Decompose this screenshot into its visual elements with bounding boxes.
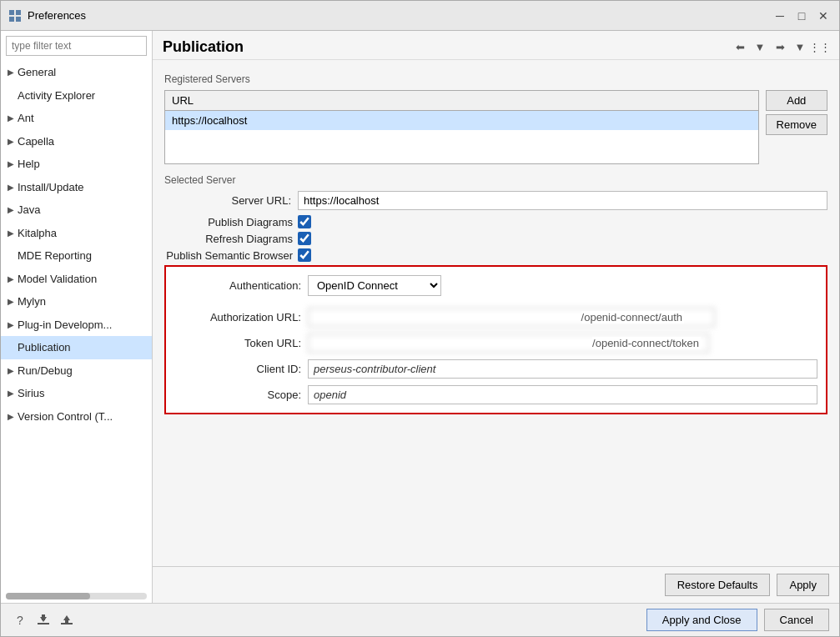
sidebar-item-model-validation[interactable]: ▶ Model Validation bbox=[1, 268, 152, 291]
sidebar-item-kitalpha[interactable]: ▶ Kitalpha bbox=[1, 222, 152, 245]
publish-semantic-browser-label: Publish Semantic Browser bbox=[164, 249, 298, 262]
title-bar: Preferences ─ □ ✕ bbox=[1, 1, 839, 31]
sidebar-item-java[interactable]: ▶ Java bbox=[1, 198, 152, 222]
selected-server-section: Server URL: Publish Diagrams Refresh Dia… bbox=[164, 191, 827, 262]
sidebar: ▶ General Activity Explorer ▶ Ant ▶ Cape… bbox=[1, 31, 153, 603]
minimize-button[interactable]: ─ bbox=[771, 7, 789, 25]
maximize-button[interactable]: □ bbox=[792, 7, 811, 25]
sidebar-item-mylyn[interactable]: ▶ Mylyn bbox=[1, 290, 152, 313]
sidebar-item-activity-explorer[interactable]: Activity Explorer bbox=[1, 84, 152, 108]
panel-footer: Restore Defaults Apply bbox=[153, 566, 839, 603]
sidebar-item-label: Publication bbox=[18, 339, 71, 356]
scope-input[interactable] bbox=[308, 385, 817, 404]
url-cell: https://localhost bbox=[172, 114, 247, 127]
chevron-right-icon: ▶ bbox=[8, 318, 14, 331]
authentication-label: Authentication: bbox=[174, 279, 308, 292]
chevron-right-icon: ▶ bbox=[8, 203, 14, 216]
add-server-button[interactable]: Add bbox=[766, 90, 827, 111]
sidebar-item-general[interactable]: ▶ General bbox=[1, 61, 152, 84]
registered-servers-label: Registered Servers bbox=[164, 73, 827, 85]
sidebar-item-capella[interactable]: ▶ Capella bbox=[1, 130, 152, 153]
client-id-input[interactable] bbox=[308, 359, 817, 379]
authorization-url-field: /openid-connect/auth bbox=[308, 308, 817, 327]
sidebar-item-publication[interactable]: Publication bbox=[1, 336, 152, 359]
remove-server-button[interactable]: Remove bbox=[766, 114, 827, 135]
chevron-right-icon: ▶ bbox=[8, 227, 14, 239]
sidebar-item-label: Help bbox=[18, 156, 40, 173]
sidebar-item-label: Ant bbox=[18, 110, 34, 127]
chevron-right-icon: ▶ bbox=[8, 66, 14, 78]
token-url-row: Token URL: /openid-connect/token bbox=[174, 334, 817, 353]
scope-label: Scope: bbox=[174, 389, 308, 401]
sidebar-item-mde-reporting[interactable]: MDE Reporting bbox=[1, 244, 152, 268]
refresh-diagrams-checkbox[interactable] bbox=[298, 232, 311, 245]
right-panel: Publication ⬅ ▼ ➡ ▼ ⋮⋮ Registered Server… bbox=[153, 31, 839, 603]
filter-input[interactable] bbox=[6, 36, 147, 56]
sidebar-item-label: Capella bbox=[18, 133, 54, 150]
window-controls: ─ □ ✕ bbox=[771, 7, 832, 25]
bottom-icons: ? bbox=[11, 611, 646, 629]
sidebar-item-version-control[interactable]: ▶ Version Control (T... bbox=[1, 405, 152, 429]
sidebar-item-label: Install/Update bbox=[18, 179, 84, 196]
back-icon[interactable]: ⬅ bbox=[731, 38, 749, 56]
publish-diagrams-checkbox[interactable] bbox=[298, 215, 311, 228]
sidebar-item-label: Version Control (T... bbox=[18, 409, 113, 425]
sidebar-item-label: Plug-in Developm... bbox=[18, 317, 112, 334]
server-buttons: Add Remove bbox=[766, 90, 827, 164]
chevron-right-icon: ▶ bbox=[8, 135, 14, 148]
scope-row: Scope: bbox=[174, 385, 817, 404]
sidebar-item-label: Run/Debug bbox=[18, 363, 73, 379]
export-icon[interactable] bbox=[58, 611, 76, 629]
refresh-diagrams-label: Refresh Diagrams bbox=[164, 233, 298, 245]
auth-method-row: Authentication: OpenID Connect bbox=[174, 275, 817, 296]
token-url-field: /openid-connect/token bbox=[308, 334, 817, 353]
selected-server-label: Selected Server bbox=[164, 174, 827, 186]
apply-button[interactable]: Apply bbox=[777, 574, 829, 596]
help-icon[interactable]: ? bbox=[11, 611, 29, 629]
sidebar-item-label: MDE Reporting bbox=[18, 248, 92, 264]
table-row[interactable]: https://localhost bbox=[165, 111, 758, 130]
chevron-right-icon: ▶ bbox=[8, 387, 14, 399]
sidebar-item-install-update[interactable]: ▶ Install/Update bbox=[1, 176, 152, 199]
sidebar-item-label: Model Validation bbox=[18, 271, 97, 288]
svg-rect-3 bbox=[16, 17, 21, 22]
chevron-right-icon: ▶ bbox=[8, 364, 14, 377]
forward-dropdown-icon[interactable]: ▼ bbox=[791, 38, 809, 56]
svg-rect-0 bbox=[9, 10, 14, 15]
svg-rect-9 bbox=[65, 619, 68, 624]
more-options-icon[interactable]: ⋮⋮ bbox=[811, 38, 829, 56]
sidebar-item-ant[interactable]: ▶ Ant bbox=[1, 107, 152, 130]
publish-diagrams-label: Publish Diagrams bbox=[164, 216, 298, 228]
client-id-label: Client ID: bbox=[174, 363, 308, 375]
sidebar-item-label: Sirius bbox=[18, 385, 45, 402]
forward-icon[interactable]: ➡ bbox=[771, 38, 789, 56]
close-button[interactable]: ✕ bbox=[814, 7, 832, 25]
auth-url-suffix: /openid-connect/auth bbox=[581, 311, 684, 324]
preferences-dialog: Preferences ─ □ ✕ ▶ General Activity Exp… bbox=[0, 0, 840, 637]
bottom-bar: ? Apply and Close Cancel bbox=[1, 603, 839, 636]
back-dropdown-icon[interactable]: ▼ bbox=[751, 38, 769, 56]
apply-and-close-button[interactable]: Apply and Close bbox=[646, 609, 757, 631]
sidebar-item-plugin-development[interactable]: ▶ Plug-in Developm... bbox=[1, 313, 152, 337]
chevron-right-icon: ▶ bbox=[8, 158, 14, 170]
server-url-input[interactable] bbox=[298, 191, 827, 210]
publish-semantic-browser-checkbox[interactable] bbox=[298, 248, 311, 262]
sidebar-item-sirius[interactable]: ▶ Sirius bbox=[1, 382, 152, 405]
authentication-select[interactable]: OpenID Connect bbox=[308, 275, 441, 296]
publish-diagrams-row: Publish Diagrams bbox=[164, 215, 827, 228]
import-icon[interactable] bbox=[34, 611, 53, 629]
sidebar-item-help[interactable]: ▶ Help bbox=[1, 153, 152, 176]
sidebar-item-label: General bbox=[18, 64, 56, 81]
sidebar-scrollbar-thumb bbox=[6, 593, 90, 599]
server-url-row: Server URL: bbox=[164, 191, 827, 210]
cancel-button[interactable]: Cancel bbox=[764, 609, 829, 631]
nav-list: ▶ General Activity Explorer ▶ Ant ▶ Cape… bbox=[1, 61, 152, 589]
server-url-label: Server URL: bbox=[164, 194, 298, 207]
token-url-label: Token URL: bbox=[174, 337, 308, 349]
sidebar-item-run-debug[interactable]: ▶ Run/Debug bbox=[1, 359, 152, 383]
svg-rect-4 bbox=[38, 623, 49, 624]
restore-defaults-button[interactable]: Restore Defaults bbox=[665, 574, 771, 596]
sidebar-scrollbar[interactable] bbox=[6, 593, 147, 599]
registered-servers-section: URL https://localhost Add Remove bbox=[164, 90, 827, 164]
authentication-section: Authentication: OpenID Connect Authoriza… bbox=[164, 265, 827, 414]
